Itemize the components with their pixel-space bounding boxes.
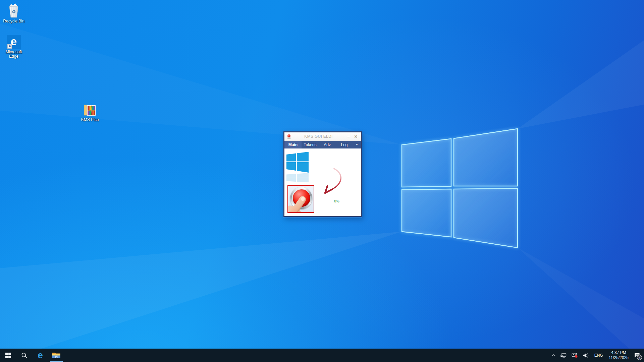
clock-time: 4:37 PM xyxy=(611,350,626,355)
recycle-bin-icon: ♻ xyxy=(7,3,20,18)
start-button[interactable] xyxy=(0,349,16,362)
language-indicator[interactable]: ENG xyxy=(591,349,606,362)
network-tray-button[interactable] xyxy=(558,349,569,362)
desktop: ♻ Recycle Bin e Microsoft Edge xyxy=(0,0,644,362)
screen-record-icon xyxy=(572,353,578,358)
screen-record-tray-button[interactable] xyxy=(569,349,580,362)
tab-adv[interactable]: Adv xyxy=(319,141,336,148)
windows-start-icon xyxy=(5,353,11,358)
desktop-icon-label: Recycle Bin xyxy=(3,19,24,23)
tab-main[interactable]: Main xyxy=(284,141,302,148)
speaker-icon xyxy=(583,353,589,358)
clock[interactable]: 4:37 PM 11/25/2025 xyxy=(606,349,631,362)
windows-logo-wallpaper xyxy=(402,129,518,248)
chevron-up-icon xyxy=(552,354,556,357)
window-title: KMS GUI ELDI xyxy=(291,134,346,139)
taskbar-edge-button[interactable]: e xyxy=(32,349,48,362)
progress-percentage: 0% xyxy=(334,199,339,203)
windows-logo-graphic xyxy=(286,152,309,183)
desktop-icon-label: KMS Pico xyxy=(81,118,99,122)
tab-tokens[interactable]: Tokens xyxy=(302,141,319,148)
chevron-down-icon[interactable]: ▼ xyxy=(353,141,361,148)
edge-logo-icon: e xyxy=(11,37,17,47)
search-button[interactable] xyxy=(16,349,32,362)
window-content: 0% xyxy=(284,148,361,216)
tab-log[interactable]: Log xyxy=(336,141,353,148)
desktop-icon-label: Microsoft Edge xyxy=(2,50,25,59)
system-tray: ENG 4:37 PM 11/25/2025 4 xyxy=(549,349,644,362)
taskbar: e xyxy=(0,349,644,362)
network-ethernet-icon xyxy=(560,353,567,358)
winrar-archive-icon xyxy=(83,103,97,117)
file-explorer-icon xyxy=(52,352,61,359)
volume-tray-button[interactable] xyxy=(580,349,591,362)
kmspico-app-icon xyxy=(287,134,291,138)
clock-date: 11/25/2025 xyxy=(609,355,629,360)
search-icon xyxy=(21,352,28,359)
notification-count-badge: 4 xyxy=(637,355,642,360)
edge-icon: e xyxy=(38,351,43,360)
close-button[interactable]: ✕ xyxy=(353,134,359,139)
minimize-button[interactable]: – xyxy=(346,134,351,139)
edge-tile: e xyxy=(7,35,21,49)
window-tabbar: Main Tokens Adv Log ▼ xyxy=(284,141,361,148)
show-hidden-icons-button[interactable] xyxy=(549,349,558,362)
svg-text:♻: ♻ xyxy=(12,9,16,14)
action-center-button[interactable]: 4 xyxy=(631,349,644,362)
desktop-icon-microsoft-edge[interactable]: e Microsoft Edge xyxy=(1,35,27,59)
desktop-icon-recycle-bin[interactable]: ♻ Recycle Bin xyxy=(1,3,27,23)
desktop-icon-kms-pico[interactable]: KMS Pico xyxy=(77,103,103,122)
kms-gui-eldi-window: KMS GUI ELDI – ✕ Main Tokens Adv Log ▼ xyxy=(283,131,362,217)
window-titlebar[interactable]: KMS GUI ELDI – ✕ xyxy=(284,132,361,141)
taskbar-file-explorer-button[interactable] xyxy=(48,349,64,362)
red-arrow-annotation xyxy=(320,167,344,198)
red-activation-button[interactable] xyxy=(287,185,314,213)
shortcut-arrow-icon xyxy=(7,44,12,49)
